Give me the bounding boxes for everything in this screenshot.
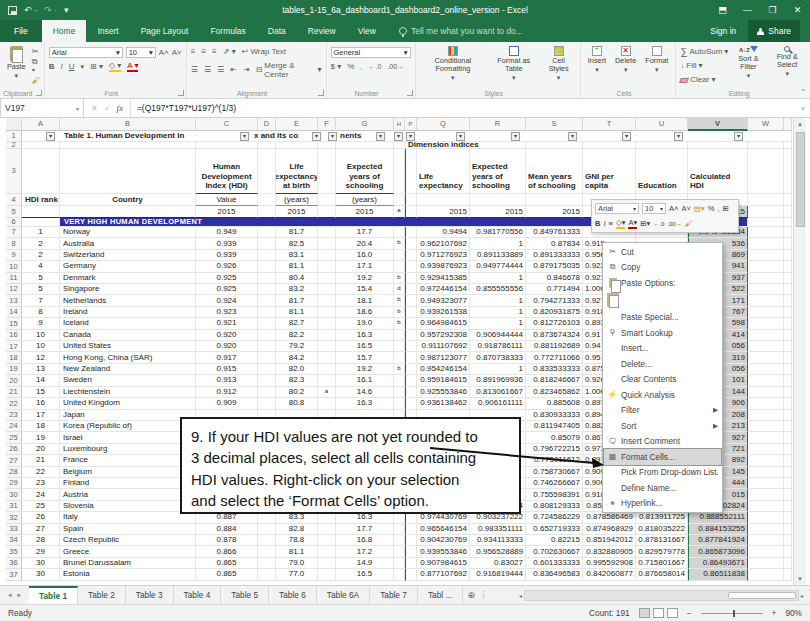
- cell[interactable]: [748, 318, 784, 329]
- sheet-tab-table-7[interactable]: Table 7: [370, 586, 418, 604]
- align-bottom-icon[interactable]: ≡: [212, 47, 217, 57]
- cell[interactable]: [784, 455, 792, 466]
- italic-button[interactable]: I: [60, 62, 62, 72]
- cell-eys[interactable]: 17.1: [336, 261, 394, 272]
- cell-eys-index[interactable]: 0.981770556: [470, 227, 526, 238]
- row-header-30[interactable]: 30: [6, 489, 22, 500]
- mini-brush-icon[interactable]: 🖌: [685, 219, 693, 228]
- cell-life-expectancy[interactable]: 79.0: [276, 558, 318, 569]
- mini-font-name-select[interactable]: Arial▾: [595, 203, 639, 214]
- cell-styles-button[interactable]: Cell Styles▾: [541, 45, 576, 83]
- row-header-35[interactable]: 35: [6, 546, 22, 557]
- sheet-tab-table-3[interactable]: Table 3: [126, 586, 174, 604]
- cell-country[interactable]: Japan: [60, 410, 196, 421]
- cell[interactable]: [258, 149, 276, 194]
- grow-font-icon[interactable]: A˄: [159, 48, 169, 58]
- cell-eys-index[interactable]: 0.906161111: [470, 398, 526, 409]
- cell-life-expectancy[interactable]: 80.4: [276, 273, 318, 284]
- row-header-25[interactable]: 25: [6, 432, 22, 443]
- cell[interactable]: [196, 142, 258, 149]
- cell-le-index[interactable]: 0.939261538: [417, 307, 470, 318]
- redo-icon[interactable]: ↷ ·: [44, 5, 57, 15]
- cell[interactable]: [784, 250, 792, 261]
- cell[interactable]: [258, 273, 276, 284]
- menu-item-clear-contents[interactable]: Clear Contents: [604, 372, 721, 388]
- cell[interactable]: [417, 194, 470, 206]
- name-box[interactable]: V197▾: [0, 99, 84, 117]
- sheet-tab-tabl-[interactable]: Tabl ...: [418, 586, 463, 604]
- year-cell[interactable]: 2015: [276, 206, 318, 218]
- row-header-21[interactable]: 21: [6, 387, 22, 398]
- cell-country[interactable]: Germany: [60, 261, 196, 272]
- cell[interactable]: [405, 149, 417, 194]
- header-eys-index[interactable]: Expected years of schooling: [470, 149, 526, 194]
- conditional-formatting-button[interactable]: Conditional Formatting▾: [420, 45, 487, 83]
- cell-note[interactable]: [318, 524, 336, 535]
- cell-country[interactable]: United States: [60, 341, 196, 352]
- row-header-8[interactable]: 8: [6, 238, 22, 249]
- tab-home[interactable]: Home: [42, 20, 87, 42]
- cell-eys-index[interactable]: 0.891969936: [470, 375, 526, 386]
- cell-country[interactable]: Sweden: [60, 375, 196, 386]
- cell-rank[interactable]: 26: [22, 512, 60, 523]
- sheet-tab-table-4[interactable]: Table 4: [174, 586, 222, 604]
- mini-fill-color-icon[interactable]: ◇▾: [616, 218, 626, 229]
- cell-rank[interactable]: 27: [22, 524, 60, 535]
- cell[interactable]: [748, 478, 784, 489]
- header-education-index[interactable]: Education: [636, 149, 688, 194]
- cell[interactable]: [258, 250, 276, 261]
- cell-hdi[interactable]: 0.909: [196, 398, 258, 409]
- cell-education-index[interactable]: 0.813911725: [636, 512, 688, 523]
- cell-country[interactable]: Slovenia: [60, 501, 196, 512]
- cell[interactable]: [526, 194, 583, 206]
- row-header-36[interactable]: 36: [6, 558, 22, 569]
- filter-dropdown-icon[interactable]: ▾: [328, 132, 337, 141]
- cell-gni-index[interactable]: 0.874968929: [583, 524, 636, 535]
- year-cell[interactable]: 2015: [336, 206, 394, 218]
- cell-hdi[interactable]: 0.926: [196, 261, 258, 272]
- cell[interactable]: [405, 352, 417, 363]
- header-le-index[interactable]: Life expectancy: [417, 149, 470, 194]
- cell[interactable]: [258, 142, 276, 149]
- align-middle-icon[interactable]: ≡: [201, 47, 206, 57]
- format-painter-button[interactable]: 🖌: [32, 76, 40, 86]
- menu-item-paste-options[interactable]: Paste Options:: [604, 275, 721, 291]
- cell-le-index[interactable]: 0.904230769: [417, 535, 470, 546]
- row-header-12[interactable]: 12: [6, 284, 22, 295]
- cell[interactable]: [748, 364, 784, 375]
- cell-rank[interactable]: 2: [22, 250, 60, 261]
- cell[interactable]: [60, 142, 196, 149]
- cell[interactable]: [784, 489, 792, 500]
- cell-eys-index[interactable]: 1: [470, 295, 526, 306]
- cell-eys[interactable]: 14.6: [336, 387, 394, 398]
- select-all-corner[interactable]: [6, 118, 22, 131]
- year-note[interactable]: a: [394, 206, 405, 218]
- cell-mys-index[interactable]: 0.601333333: [526, 558, 583, 569]
- cell-rank[interactable]: 1: [22, 227, 60, 238]
- cell[interactable]: [258, 387, 276, 398]
- cell[interactable]: [405, 227, 417, 238]
- cell-country[interactable]: Liechtenstein: [60, 387, 196, 398]
- cell-life-expectancy[interactable]: 80.2: [276, 387, 318, 398]
- column-header-S[interactable]: S: [526, 118, 583, 131]
- cell-le-index[interactable]: 0.971276923: [417, 250, 470, 261]
- increase-decimal-icon[interactable]: ←.0: [369, 63, 382, 71]
- cell[interactable]: [748, 352, 784, 363]
- cell-life-expectancy[interactable]: 82.5: [276, 238, 318, 249]
- cell[interactable]: [748, 238, 784, 249]
- cell-calculated-hdi[interactable]: 0.865873096: [688, 546, 748, 557]
- cell-eys[interactable]: 19.2: [336, 273, 394, 284]
- cell-life-expectancy[interactable]: 81.1: [276, 546, 318, 557]
- cell-mys-index[interactable]: 0.881192689: [526, 341, 583, 352]
- cell-mys-index[interactable]: 0.891333333: [526, 250, 583, 261]
- cell-country[interactable]: Iceland: [60, 318, 196, 329]
- cell-rank[interactable]: 14: [22, 375, 60, 386]
- menu-item-delete[interactable]: Delete...: [604, 356, 721, 372]
- tab-review[interactable]: Review: [297, 20, 347, 42]
- cell-le-index[interactable]: 0.965646154: [417, 524, 470, 535]
- cell[interactable]: [405, 558, 417, 569]
- cell[interactable]: [688, 142, 748, 149]
- cell-calculated-hdi[interactable]: 0.884153255: [688, 524, 748, 535]
- cell-hdi[interactable]: 0.925: [196, 284, 258, 295]
- paste-button[interactable]: Paste▾: [4, 45, 29, 81]
